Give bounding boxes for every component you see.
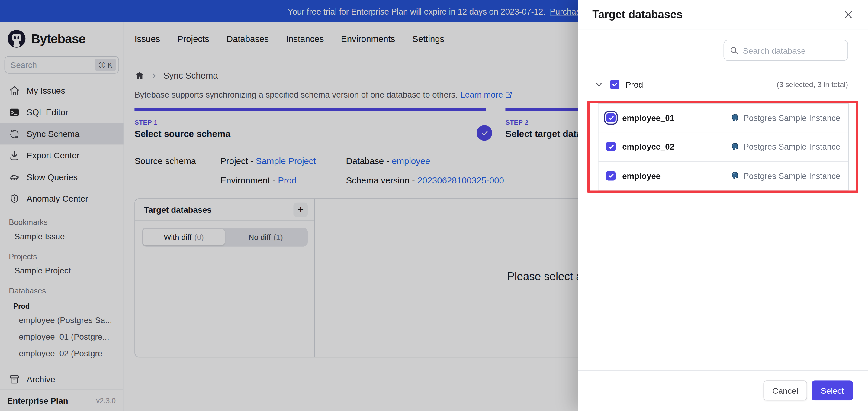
environment-group-row: Prod (3 selected, 3 in total)	[595, 77, 848, 92]
database-row-employee-01[interactable]: employee_01 Postgres Sample Instance	[598, 104, 848, 132]
drawer-search-input[interactable]	[724, 40, 848, 61]
instance-label: Postgres Sample Instance	[743, 171, 840, 180]
row-checkbox-checked[interactable]	[606, 171, 616, 180]
database-row-employee[interactable]: employee Postgres Sample Instance	[598, 161, 848, 190]
close-icon[interactable]	[843, 9, 854, 20]
chevron-down-icon[interactable]	[595, 80, 603, 89]
instance-label: Postgres Sample Instance	[743, 113, 840, 122]
cancel-button[interactable]: Cancel	[764, 380, 807, 401]
row-checkbox-checked-focused[interactable]	[606, 113, 616, 122]
postgres-icon	[730, 113, 740, 123]
group-checkbox-checked[interactable]	[610, 80, 619, 89]
database-list: employee_01 Postgres Sample Instance emp…	[598, 103, 849, 191]
screen: Your free trial for Enterprise Plan will…	[0, 0, 868, 411]
drawer-title: Target databases	[592, 8, 683, 21]
target-databases-drawer: Target databases Prod (3 selected, 3 in …	[578, 0, 868, 411]
selection-summary: (3 selected, 3 in total)	[776, 80, 848, 88]
drawer-search	[724, 40, 848, 61]
group-label: Prod	[625, 80, 643, 89]
search-icon	[730, 46, 738, 55]
database-row-employee-02[interactable]: employee_02 Postgres Sample Instance	[598, 132, 848, 161]
drawer-footer-divider	[578, 370, 868, 371]
row-checkbox-checked[interactable]	[606, 142, 616, 151]
postgres-icon	[730, 142, 740, 152]
select-button[interactable]: Select	[811, 380, 853, 401]
instance-label: Postgres Sample Instance	[743, 142, 840, 151]
postgres-icon	[730, 171, 740, 181]
